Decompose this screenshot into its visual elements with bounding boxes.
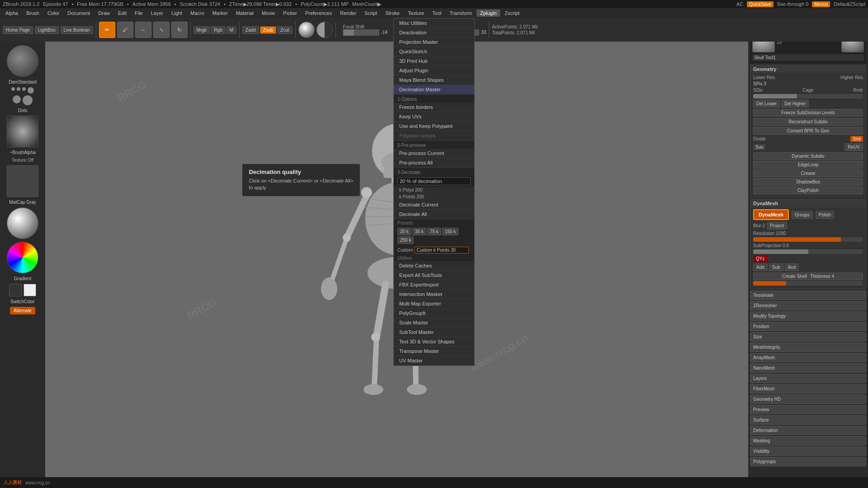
- menu-script[interactable]: Script: [361, 9, 381, 17]
- move-btn[interactable]: ↔: [135, 22, 151, 38]
- texture-preview[interactable]: [7, 165, 38, 197]
- create-shell-btn[interactable]: Create Shell Thickness 4: [753, 272, 863, 280]
- zadd-btn[interactable]: Zadd: [242, 26, 259, 34]
- deformation-btn[interactable]: Deformation: [750, 426, 866, 435]
- decimation-input[interactable]: [397, 177, 471, 185]
- geometry-hd-btn[interactable]: Geometry HD: [750, 394, 866, 404]
- text-3d-vector-item[interactable]: Text 3D & Vector Shapes: [394, 337, 474, 347]
- transpose-master-item[interactable]: Transpose Master: [394, 347, 474, 356]
- menu-texture[interactable]: Texture: [404, 9, 428, 17]
- zsub-btn[interactable]: Zsub: [260, 26, 276, 34]
- menu-tool[interactable]: Tool: [429, 9, 445, 17]
- intersection-masker-item[interactable]: Intersection Masker: [394, 290, 474, 299]
- subprojection-slider[interactable]: [753, 249, 863, 254]
- menu-picker[interactable]: Picker: [279, 9, 301, 17]
- position-btn[interactable]: Position: [750, 322, 866, 331]
- resolution-slider[interactable]: [753, 237, 863, 242]
- lightbox-btn[interactable]: LightBox: [35, 26, 59, 34]
- crease-btn[interactable]: Crease: [753, 169, 863, 177]
- rgb-btn[interactable]: Rgb: [211, 26, 225, 34]
- decimate-current-item[interactable]: Decimate Current: [394, 200, 474, 210]
- export-all-subtools-item[interactable]: Export All SubTools: [394, 271, 474, 280]
- tessimate-btn[interactable]: Tessimate: [750, 291, 866, 300]
- projection-master-item[interactable]: Projection Master: [394, 38, 474, 47]
- color-wheel[interactable]: [7, 242, 38, 273]
- convert-bpr-btn[interactable]: Convert BPR To Geo: [753, 127, 863, 135]
- del-higher-btn[interactable]: Del Higher: [781, 100, 809, 108]
- suv-btn[interactable]: Suv: [753, 144, 765, 150]
- dynmesh-header[interactable]: DynaMesh: [750, 199, 866, 207]
- preset-20k[interactable]: 20 k: [397, 228, 411, 235]
- menu-alpha[interactable]: Alpha: [2, 9, 22, 17]
- geometry-header[interactable]: Geometry: [750, 65, 866, 73]
- sdiv-slider[interactable]: [753, 94, 863, 99]
- uv-master-item[interactable]: UV Master: [394, 356, 474, 366]
- use-keep-polypaint-item[interactable]: Use and Keep Polypaint: [394, 122, 474, 131]
- live-boolean-btn[interactable]: Live Boolean: [61, 26, 93, 34]
- polygroupit-item[interactable]: PolyGroupIt: [394, 309, 474, 318]
- preset-150k[interactable]: 150 k: [442, 228, 458, 235]
- mrgb-btn[interactable]: Mrgb: [193, 26, 210, 34]
- alternate-btn[interactable]: Alternate: [10, 307, 35, 314]
- menu-stroke[interactable]: Stroke: [382, 9, 403, 17]
- add-btn[interactable]: Add: [753, 263, 768, 271]
- groups-btn[interactable]: Groups: [792, 211, 813, 219]
- preset-75k[interactable]: 75 k: [427, 228, 441, 235]
- sub-btn[interactable]: Sub: [769, 263, 783, 271]
- quicksave-btn[interactable]: QuickSave: [747, 1, 773, 7]
- decimate-all-item[interactable]: Decimate All: [394, 210, 474, 219]
- menu-brush[interactable]: Brush: [23, 9, 43, 17]
- matcap-preview[interactable]: [7, 207, 38, 239]
- menu-macro[interactable]: Macro: [187, 9, 208, 17]
- preprocess-all-item[interactable]: Pre-process All: [394, 158, 474, 168]
- rgb-sphere-icon[interactable]: [298, 22, 315, 38]
- xyz-btn[interactable]: QYz: [753, 255, 767, 262]
- reuv-btn[interactable]: ReUV: [844, 143, 863, 151]
- menu-file[interactable]: File: [131, 9, 146, 17]
- dynamic-subdiv-btn[interactable]: Dynamic Subdiv: [753, 152, 863, 160]
- custom-kpoints-input[interactable]: [415, 247, 469, 253]
- smt-btn[interactable]: Smt: [850, 136, 863, 142]
- fbx-exportimport-item[interactable]: FBX ExportImport: [394, 280, 474, 290]
- edge-loop-btn[interactable]: EdgeLoop: [753, 161, 863, 169]
- scale-master-item[interactable]: Scale Master: [394, 318, 474, 328]
- modify-topology-btn[interactable]: Modify Topology: [750, 311, 866, 321]
- visibility-btn[interactable]: Visibility: [750, 446, 866, 456]
- arraymesh-btn[interactable]: ArrayMesh: [750, 353, 866, 362]
- masking-btn[interactable]: Masking: [750, 436, 866, 446]
- home-page-btn[interactable]: Home Page: [3, 26, 33, 34]
- quicksketch-item[interactable]: QuickSketch: [394, 47, 474, 56]
- subtool-master-item[interactable]: SubTool Master: [394, 328, 474, 337]
- focal-shift-slider[interactable]: [343, 29, 379, 36]
- delete-caches-item[interactable]: Delete Caches: [394, 261, 474, 271]
- menu-draw[interactable]: Draw: [94, 9, 113, 17]
- menu-render[interactable]: Render: [336, 9, 360, 17]
- menu-zplugin[interactable]: Zplugin: [476, 9, 500, 17]
- dynmesh-btn[interactable]: DynaMesh: [753, 209, 789, 220]
- menu-zscript[interactable]: Zscript: [501, 9, 523, 17]
- surface-btn[interactable]: Surface: [750, 415, 866, 425]
- menu-preferences[interactable]: Preferences: [302, 9, 335, 17]
- menu-movie[interactable]: Movie: [258, 9, 278, 17]
- adjust-plugin-item[interactable]: Adjust Plugin: [394, 66, 474, 75]
- swatch-light[interactable]: [24, 284, 36, 296]
- and-btn[interactable]: And: [785, 263, 799, 271]
- shadow-box-btn[interactable]: ShadowBox: [753, 178, 863, 186]
- menu-marker[interactable]: Marker: [209, 9, 231, 17]
- menu-color[interactable]: Color: [44, 9, 63, 17]
- swatch-dark[interactable]: [9, 284, 22, 296]
- preset-35k[interactable]: 35 k: [412, 228, 426, 235]
- brush-preview[interactable]: [7, 45, 38, 77]
- zremesher-btn[interactable]: ZRemesher: [750, 301, 866, 310]
- fibermesh-btn[interactable]: FiberMesh: [750, 384, 866, 394]
- draw-btn[interactable]: 🖊: [117, 22, 133, 38]
- keep-uvs-item[interactable]: Keep UVs: [394, 112, 474, 122]
- menu-light[interactable]: Light: [168, 9, 186, 17]
- zcut-btn[interactable]: Zcut: [277, 26, 292, 34]
- clay-polish-btn[interactable]: ClayPolish: [753, 187, 863, 194]
- menu-material[interactable]: Material: [232, 9, 257, 17]
- edit-btn[interactable]: ✏: [99, 22, 115, 38]
- del-lower-btn[interactable]: Del Lower: [753, 100, 780, 108]
- rotate-btn[interactable]: ↻: [171, 22, 188, 38]
- deactivation-item[interactable]: Deactivation: [394, 28, 474, 38]
